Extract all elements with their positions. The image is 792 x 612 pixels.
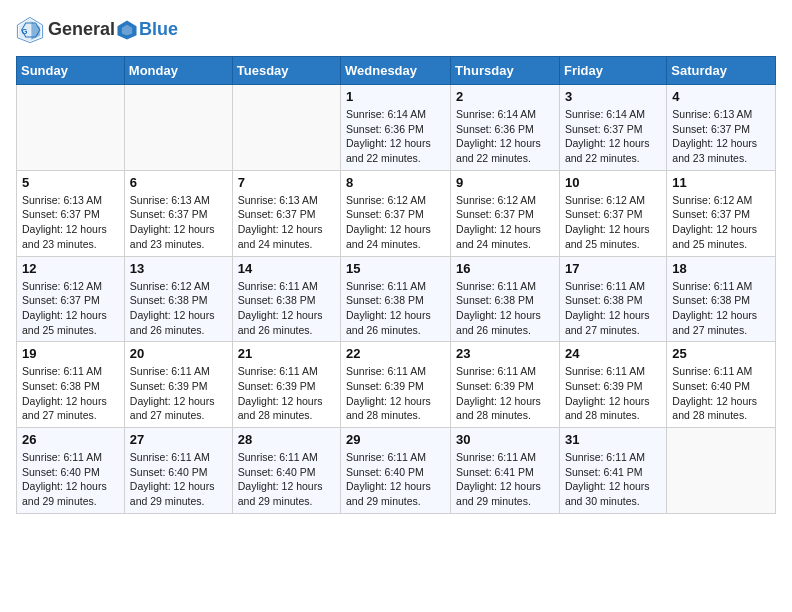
- day-info: Sunrise: 6:11 AM Sunset: 6:38 PM Dayligh…: [238, 279, 335, 338]
- day-number: 13: [130, 261, 227, 276]
- day-number: 2: [456, 89, 554, 104]
- day-number: 28: [238, 432, 335, 447]
- day-header-thursday: Thursday: [451, 57, 560, 85]
- calendar-cell: 14Sunrise: 6:11 AM Sunset: 6:38 PM Dayli…: [232, 256, 340, 342]
- day-number: 26: [22, 432, 119, 447]
- calendar-cell: 12Sunrise: 6:12 AM Sunset: 6:37 PM Dayli…: [17, 256, 125, 342]
- day-info: Sunrise: 6:12 AM Sunset: 6:37 PM Dayligh…: [22, 279, 119, 338]
- logo: G GeneralBlue: [16, 16, 178, 44]
- day-info: Sunrise: 6:11 AM Sunset: 6:39 PM Dayligh…: [565, 364, 661, 423]
- calendar-cell: 4Sunrise: 6:13 AM Sunset: 6:37 PM Daylig…: [667, 85, 776, 171]
- day-info: Sunrise: 6:11 AM Sunset: 6:39 PM Dayligh…: [346, 364, 445, 423]
- day-info: Sunrise: 6:11 AM Sunset: 6:40 PM Dayligh…: [346, 450, 445, 509]
- day-info: Sunrise: 6:11 AM Sunset: 6:38 PM Dayligh…: [672, 279, 770, 338]
- day-info: Sunrise: 6:11 AM Sunset: 6:39 PM Dayligh…: [238, 364, 335, 423]
- day-number: 30: [456, 432, 554, 447]
- calendar-cell: 10Sunrise: 6:12 AM Sunset: 6:37 PM Dayli…: [559, 170, 666, 256]
- day-number: 27: [130, 432, 227, 447]
- day-number: 18: [672, 261, 770, 276]
- calendar-cell: 5Sunrise: 6:13 AM Sunset: 6:37 PM Daylig…: [17, 170, 125, 256]
- calendar-cell: 18Sunrise: 6:11 AM Sunset: 6:38 PM Dayli…: [667, 256, 776, 342]
- day-info: Sunrise: 6:11 AM Sunset: 6:40 PM Dayligh…: [238, 450, 335, 509]
- day-info: Sunrise: 6:11 AM Sunset: 6:38 PM Dayligh…: [22, 364, 119, 423]
- calendar-cell: 3Sunrise: 6:14 AM Sunset: 6:37 PM Daylig…: [559, 85, 666, 171]
- day-number: 16: [456, 261, 554, 276]
- day-number: 22: [346, 346, 445, 361]
- day-info: Sunrise: 6:12 AM Sunset: 6:38 PM Dayligh…: [130, 279, 227, 338]
- day-info: Sunrise: 6:11 AM Sunset: 6:40 PM Dayligh…: [130, 450, 227, 509]
- day-info: Sunrise: 6:13 AM Sunset: 6:37 PM Dayligh…: [130, 193, 227, 252]
- logo-icon: G: [16, 16, 44, 44]
- day-header-sunday: Sunday: [17, 57, 125, 85]
- day-info: Sunrise: 6:11 AM Sunset: 6:38 PM Dayligh…: [346, 279, 445, 338]
- day-info: Sunrise: 6:12 AM Sunset: 6:37 PM Dayligh…: [456, 193, 554, 252]
- day-info: Sunrise: 6:11 AM Sunset: 6:40 PM Dayligh…: [22, 450, 119, 509]
- calendar-cell: 31Sunrise: 6:11 AM Sunset: 6:41 PM Dayli…: [559, 428, 666, 514]
- day-number: 1: [346, 89, 445, 104]
- calendar-cell: 2Sunrise: 6:14 AM Sunset: 6:36 PM Daylig…: [451, 85, 560, 171]
- calendar-cell: 20Sunrise: 6:11 AM Sunset: 6:39 PM Dayli…: [124, 342, 232, 428]
- day-number: 20: [130, 346, 227, 361]
- page-header: G GeneralBlue: [16, 16, 776, 44]
- day-number: 19: [22, 346, 119, 361]
- calendar-week-2: 5Sunrise: 6:13 AM Sunset: 6:37 PM Daylig…: [17, 170, 776, 256]
- calendar-cell: 28Sunrise: 6:11 AM Sunset: 6:40 PM Dayli…: [232, 428, 340, 514]
- calendar-week-5: 26Sunrise: 6:11 AM Sunset: 6:40 PM Dayli…: [17, 428, 776, 514]
- day-number: 4: [672, 89, 770, 104]
- calendar-cell: 15Sunrise: 6:11 AM Sunset: 6:38 PM Dayli…: [341, 256, 451, 342]
- day-number: 21: [238, 346, 335, 361]
- day-info: Sunrise: 6:14 AM Sunset: 6:36 PM Dayligh…: [456, 107, 554, 166]
- day-number: 17: [565, 261, 661, 276]
- calendar-cell: 17Sunrise: 6:11 AM Sunset: 6:38 PM Dayli…: [559, 256, 666, 342]
- svg-text:G: G: [22, 27, 28, 36]
- day-info: Sunrise: 6:11 AM Sunset: 6:39 PM Dayligh…: [130, 364, 227, 423]
- day-info: Sunrise: 6:13 AM Sunset: 6:37 PM Dayligh…: [238, 193, 335, 252]
- calendar-cell: 26Sunrise: 6:11 AM Sunset: 6:40 PM Dayli…: [17, 428, 125, 514]
- day-number: 14: [238, 261, 335, 276]
- day-number: 10: [565, 175, 661, 190]
- calendar-cell: [17, 85, 125, 171]
- calendar-cell: 23Sunrise: 6:11 AM Sunset: 6:39 PM Dayli…: [451, 342, 560, 428]
- day-header-saturday: Saturday: [667, 57, 776, 85]
- calendar-cell: 7Sunrise: 6:13 AM Sunset: 6:37 PM Daylig…: [232, 170, 340, 256]
- day-info: Sunrise: 6:13 AM Sunset: 6:37 PM Dayligh…: [672, 107, 770, 166]
- day-number: 5: [22, 175, 119, 190]
- day-number: 31: [565, 432, 661, 447]
- calendar-cell: 29Sunrise: 6:11 AM Sunset: 6:40 PM Dayli…: [341, 428, 451, 514]
- calendar-cell: 8Sunrise: 6:12 AM Sunset: 6:37 PM Daylig…: [341, 170, 451, 256]
- day-info: Sunrise: 6:13 AM Sunset: 6:37 PM Dayligh…: [22, 193, 119, 252]
- day-header-wednesday: Wednesday: [341, 57, 451, 85]
- day-number: 8: [346, 175, 445, 190]
- day-number: 9: [456, 175, 554, 190]
- day-header-friday: Friday: [559, 57, 666, 85]
- calendar-week-4: 19Sunrise: 6:11 AM Sunset: 6:38 PM Dayli…: [17, 342, 776, 428]
- day-info: Sunrise: 6:12 AM Sunset: 6:37 PM Dayligh…: [672, 193, 770, 252]
- day-info: Sunrise: 6:14 AM Sunset: 6:36 PM Dayligh…: [346, 107, 445, 166]
- day-number: 15: [346, 261, 445, 276]
- calendar-cell: 27Sunrise: 6:11 AM Sunset: 6:40 PM Dayli…: [124, 428, 232, 514]
- calendar-cell: 30Sunrise: 6:11 AM Sunset: 6:41 PM Dayli…: [451, 428, 560, 514]
- calendar-week-1: 1Sunrise: 6:14 AM Sunset: 6:36 PM Daylig…: [17, 85, 776, 171]
- day-info: Sunrise: 6:11 AM Sunset: 6:41 PM Dayligh…: [456, 450, 554, 509]
- day-info: Sunrise: 6:11 AM Sunset: 6:38 PM Dayligh…: [456, 279, 554, 338]
- calendar-cell: 13Sunrise: 6:12 AM Sunset: 6:38 PM Dayli…: [124, 256, 232, 342]
- calendar-cell: 19Sunrise: 6:11 AM Sunset: 6:38 PM Dayli…: [17, 342, 125, 428]
- calendar-cell: 6Sunrise: 6:13 AM Sunset: 6:37 PM Daylig…: [124, 170, 232, 256]
- calendar-cell: [232, 85, 340, 171]
- day-number: 12: [22, 261, 119, 276]
- day-number: 24: [565, 346, 661, 361]
- calendar-cell: 22Sunrise: 6:11 AM Sunset: 6:39 PM Dayli…: [341, 342, 451, 428]
- header-row: SundayMondayTuesdayWednesdayThursdayFrid…: [17, 57, 776, 85]
- day-info: Sunrise: 6:11 AM Sunset: 6:41 PM Dayligh…: [565, 450, 661, 509]
- day-info: Sunrise: 6:11 AM Sunset: 6:40 PM Dayligh…: [672, 364, 770, 423]
- calendar-cell: [124, 85, 232, 171]
- calendar-cell: 11Sunrise: 6:12 AM Sunset: 6:37 PM Dayli…: [667, 170, 776, 256]
- day-info: Sunrise: 6:14 AM Sunset: 6:37 PM Dayligh…: [565, 107, 661, 166]
- day-info: Sunrise: 6:12 AM Sunset: 6:37 PM Dayligh…: [565, 193, 661, 252]
- day-number: 7: [238, 175, 335, 190]
- day-header-monday: Monday: [124, 57, 232, 85]
- day-number: 3: [565, 89, 661, 104]
- calendar-body: 1Sunrise: 6:14 AM Sunset: 6:36 PM Daylig…: [17, 85, 776, 514]
- calendar-table: SundayMondayTuesdayWednesdayThursdayFrid…: [16, 56, 776, 514]
- day-number: 6: [130, 175, 227, 190]
